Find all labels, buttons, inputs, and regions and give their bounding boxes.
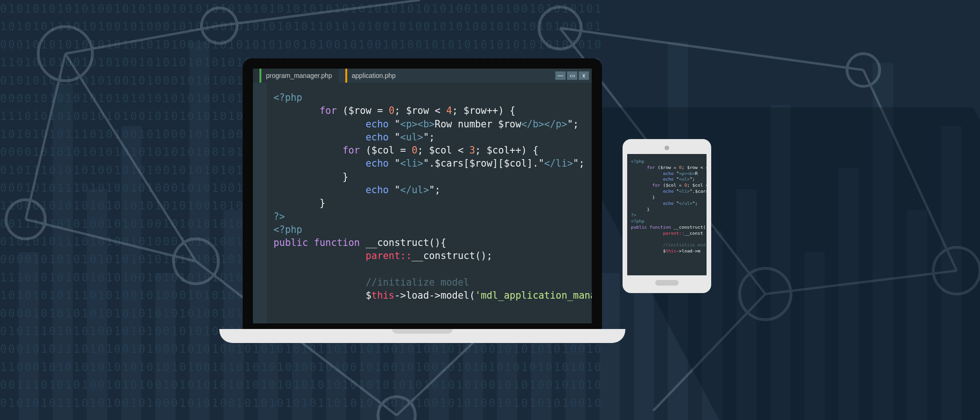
svg-line-2 — [26, 54, 65, 219]
phone-home-button[interactable] — [655, 280, 679, 286]
editor-tabbar: program_manager.php application.php — ▭ … — [253, 69, 592, 83]
laptop-device: program_manager.php application.php — ▭ … — [243, 58, 602, 343]
svg-line-11 — [560, 28, 863, 70]
tab-label: application.php — [352, 72, 396, 79]
phone-screen: <?php for ($row = 0; $row < 4; echo "<p>… — [627, 154, 707, 275]
laptop-base — [219, 329, 625, 343]
phone-device: <?php for ($row = 0; $row < 4; echo "<p>… — [623, 139, 711, 293]
phone-camera — [665, 146, 669, 150]
svg-line-0 — [65, 54, 196, 261]
window-controls: — ▭ x — [555, 71, 592, 80]
svg-point-16 — [378, 397, 415, 420]
editor-gutter — [253, 83, 267, 323]
tab-application[interactable]: application.php — [339, 69, 402, 83]
svg-line-4 — [219, 0, 420, 26]
laptop-screen-bezel: program_manager.php application.php — ▭ … — [243, 58, 602, 329]
code-content[interactable]: <?php for ($row = 0; $row < 4; $row++) {… — [267, 83, 592, 323]
tab-label: program_manager.php — [266, 72, 332, 79]
svg-line-1 — [26, 219, 196, 261]
editor-body: <?php for ($row = 0; $row < 4; $row++) {… — [253, 83, 592, 323]
tab-program-manager[interactable]: program_manager.php — [253, 69, 339, 83]
close-button[interactable]: x — [579, 71, 589, 80]
maximize-button[interactable]: ▭ — [567, 71, 577, 80]
code-editor: program_manager.php application.php — ▭ … — [253, 69, 592, 323]
minimize-button[interactable]: — — [555, 71, 566, 80]
